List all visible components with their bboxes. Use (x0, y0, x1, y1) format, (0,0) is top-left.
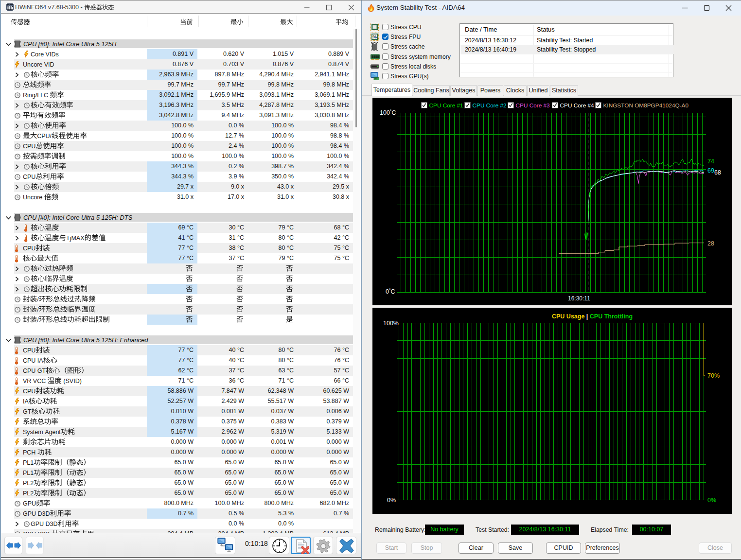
svg-text:TjMAX: TjMAX (66, 235, 85, 242)
svg-text:28: 28 (707, 240, 714, 247)
svg-text:0%: 0% (387, 497, 396, 504)
svg-text:(SVID): (SVID) (62, 378, 82, 385)
svg-text:CPU: CPU (23, 174, 35, 180)
svg-text:CPU [#0]: Intel Core Ultra 5 1: CPU [#0]: Intel Core Ultra 5 125H (23, 40, 117, 48)
svg-text:100°C: 100°C (380, 109, 396, 116)
svg-text:CPU: CPU (23, 347, 35, 354)
svg-text:/: / (37, 296, 39, 303)
svg-text:Uncore: Uncore (23, 194, 44, 201)
svg-text:IA: IA (23, 398, 29, 405)
svg-text:0%: 0% (707, 497, 716, 504)
svg-text:CPU Usage | CPU Throttling: CPU Usage | CPU Throttling (552, 313, 633, 320)
svg-text:PL1: PL1 (23, 459, 34, 466)
svg-text:PL1: PL1 (23, 470, 34, 476)
svg-text:CPU GT: CPU GT (23, 368, 46, 374)
svg-text:%: % (373, 34, 377, 39)
svg-text:CPU Core #4: CPU Core #4 (560, 102, 595, 109)
svg-text:Core VIDs: Core VIDs (31, 51, 59, 58)
svg-text:CPU Core #2: CPU Core #2 (473, 102, 507, 109)
svg-text:CPU Core #3: CPU Core #3 (516, 102, 550, 109)
svg-text:69: 69 (707, 167, 714, 174)
svg-text:CPU IA: CPU IA (23, 357, 43, 364)
svg-text:CPU [#0]: Intel Core Ultra 5 1: CPU [#0]: Intel Core Ultra 5 125H: Enhan… (23, 336, 148, 344)
svg-text:100%: 100% (383, 320, 399, 327)
svg-text:Ring/LLC: Ring/LLC (23, 92, 50, 99)
svg-text:GPU D3D: GPU D3D (23, 510, 50, 517)
svg-text:PL2: PL2 (23, 480, 34, 487)
svg-text:GPU D3D: GPU D3D (31, 521, 58, 527)
svg-text:CPU [#0]: Intel Core Ultra 5 1: CPU [#0]: Intel Core Ultra 5 125H: DTS (23, 214, 133, 221)
svg-text:System Agent: System Agent (23, 429, 61, 436)
svg-text:CPU Core #1: CPU Core #1 (429, 102, 463, 109)
svg-text:74: 74 (707, 158, 714, 165)
svg-text:CPU: CPU (23, 388, 35, 395)
svg-text:/: / (37, 316, 39, 323)
svg-text:GT: GT (23, 408, 32, 415)
svg-text:16:30:11: 16:30:11 (568, 295, 590, 302)
svg-text:VR VCC: VR VCC (23, 378, 48, 385)
svg-text:70%: 70% (707, 372, 720, 379)
svg-text:CPU: CPU (23, 245, 35, 252)
svg-text:KINGSTON OM8PGP41024Q-A0: KINGSTON OM8PGP41024Q-A0 (603, 102, 689, 109)
svg-text:PCH: PCH (23, 449, 37, 456)
svg-text:0°C: 0°C (386, 288, 395, 295)
svg-text:GPU: GPU (23, 500, 36, 507)
svg-text:PL2: PL2 (23, 490, 34, 497)
svg-text:Uncore VID: Uncore VID (23, 61, 54, 68)
svg-text:68: 68 (714, 169, 721, 176)
svg-text:/: / (37, 306, 39, 313)
svg-text:CPU: CPU (23, 143, 35, 150)
svg-text:CPU/: CPU/ (37, 133, 52, 140)
